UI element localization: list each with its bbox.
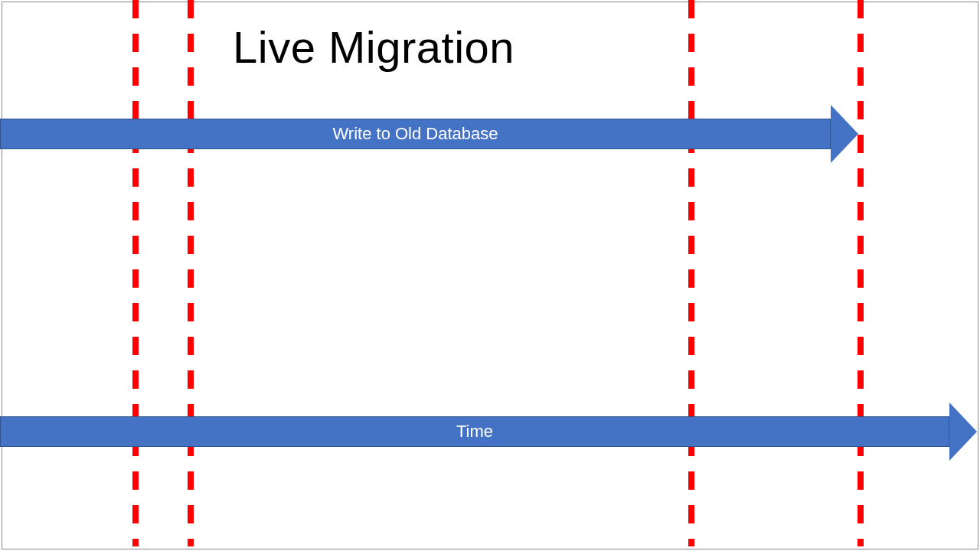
arrow-head-icon <box>831 105 858 163</box>
arrow-head-icon <box>949 403 977 461</box>
slide-title: Live Migration <box>233 21 514 73</box>
arrow-label-text: Time <box>456 422 493 442</box>
phase-marker-line <box>132 0 139 546</box>
phase-marker-line <box>858 0 864 546</box>
phase-marker-line <box>688 0 694 546</box>
phase-marker-line <box>188 0 194 546</box>
slide-frame <box>2 2 978 549</box>
arrow-label: Time <box>0 416 949 447</box>
arrow-label-text: Write to Old Database <box>332 124 498 144</box>
arrow-label: Write to Old Database <box>0 119 831 149</box>
